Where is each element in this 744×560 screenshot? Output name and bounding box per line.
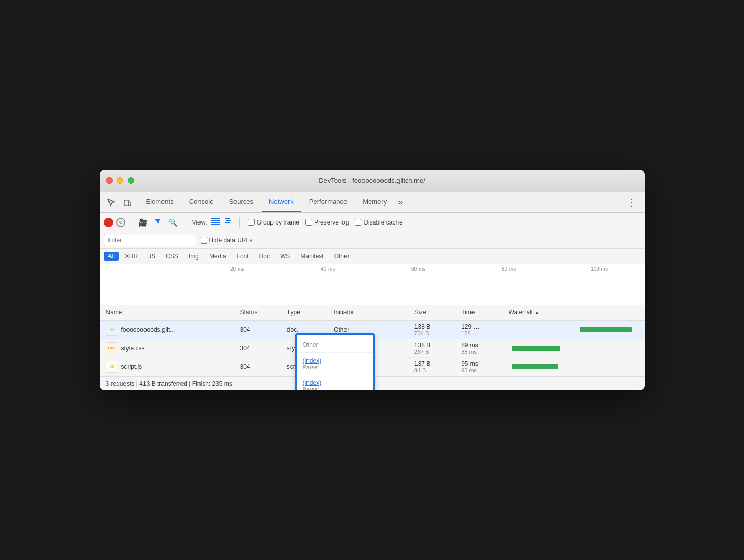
disable-cache-checkbox[interactable]: [355, 219, 361, 226]
group-by-frame-label: Group by frame: [257, 219, 299, 226]
waterfall-bar-3: [512, 364, 558, 369]
hide-data-urls-checkbox[interactable]: [201, 237, 207, 244]
waterfall-bar-wrap-3: [509, 363, 639, 370]
svg-rect-7: [226, 220, 231, 221]
svg-rect-0: [124, 200, 129, 206]
type-filter-manifest[interactable]: Manifest: [296, 252, 328, 261]
popup-inner: Other (index) Parser (index) Parser: [297, 335, 373, 390]
view-list-icon[interactable]: [210, 217, 221, 228]
td-waterfall-3: [506, 362, 641, 371]
td-status-3: 304: [238, 362, 285, 371]
hide-data-urls-option[interactable]: Hide data URLs: [201, 237, 253, 244]
tab-performance[interactable]: Performance: [302, 192, 354, 212]
type-filter-js[interactable]: JS: [144, 252, 159, 261]
svg-rect-3: [211, 220, 220, 221]
td-initiator-1: Other: [332, 325, 412, 334]
sort-arrow-icon: ▲: [534, 310, 539, 315]
preserve-log-checkbox[interactable]: [305, 219, 312, 226]
type-filter-other[interactable]: Other: [330, 252, 354, 261]
svg-rect-2: [211, 218, 220, 219]
waterfall-label: Waterfall: [509, 309, 533, 316]
td-name-1: <> fooooooooods.glit...: [104, 323, 238, 337]
svg-rect-6: [225, 218, 230, 219]
devtools-menu-button[interactable]: ⋮: [623, 197, 641, 208]
td-size-1: 138 B 734 B: [412, 322, 459, 338]
popup-row-3: (index) Parser: [297, 377, 373, 390]
type-filter-img[interactable]: Img: [185, 252, 203, 261]
file-icon-html: <>: [106, 324, 118, 336]
filter-input[interactable]: [104, 235, 196, 246]
type-filter-xhr[interactable]: XHR: [121, 252, 142, 261]
devtools-tabs: Elements Console Sources Network Perform…: [100, 192, 645, 213]
popup-row-2: (index) Parser: [297, 355, 373, 372]
waterfall-bar-wrap-2: [509, 345, 639, 352]
camera-icon[interactable]: 🎥: [136, 217, 149, 228]
disable-cache-option[interactable]: Disable cache: [355, 219, 402, 226]
tab-network[interactable]: Network: [262, 192, 301, 212]
view-waterfall-icon[interactable]: [224, 217, 234, 228]
popup-row-1-other: Other: [297, 339, 373, 350]
search-icon[interactable]: 🔍: [167, 217, 179, 228]
network-toolbar: ⊘ 🎥 🔍 View:: [100, 213, 645, 232]
timeline-label-40ms: 40 ms: [283, 266, 373, 272]
filter-bar: Hide data URLs: [100, 232, 645, 249]
timeline-label-100ms: 100 ms: [554, 266, 645, 272]
td-name-3: JS script.js: [104, 360, 238, 374]
td-time-2: 89 ms 88 ms: [459, 341, 506, 356]
th-type: Type: [285, 309, 332, 316]
more-tabs-button[interactable]: »: [394, 198, 407, 207]
th-status: Status: [238, 309, 285, 316]
tab-elements[interactable]: Elements: [139, 192, 181, 212]
th-time: Time: [459, 309, 506, 316]
window-title: DevTools - fooooooooods.glitch.me/: [319, 177, 425, 184]
type-filter-doc[interactable]: Doc: [255, 252, 274, 261]
timeline-label-80ms: 80 ms: [464, 266, 554, 272]
waterfall-bar-1: [580, 327, 632, 332]
popup-link-2[interactable]: (index): [303, 357, 367, 364]
view-label: View:: [192, 219, 207, 226]
td-status-2: 304: [238, 344, 285, 353]
traffic-lights: [106, 177, 134, 184]
preserve-log-label: Preserve log: [314, 219, 349, 226]
group-by-frame-option[interactable]: Group by frame: [248, 219, 299, 226]
minimize-button[interactable]: [117, 177, 123, 184]
file-name-3: script.js: [121, 363, 142, 370]
title-bar: DevTools - fooooooooods.glitch.me/: [100, 170, 645, 192]
td-size-3: 137 B 81 B: [412, 359, 459, 375]
devtools-window: DevTools - fooooooooods.glitch.me/ Eleme…: [100, 170, 645, 390]
timeline-labels: 20 ms 40 ms 60 ms 80 ms 100 ms: [100, 266, 645, 272]
timeline-label-60ms: 60 ms: [373, 266, 464, 272]
initiator-main-1: Other: [334, 326, 410, 333]
preserve-log-option[interactable]: Preserve log: [305, 219, 349, 226]
maximize-button[interactable]: [128, 177, 134, 184]
type-filter-css[interactable]: CSS: [161, 252, 183, 261]
tab-console[interactable]: Console: [182, 192, 221, 212]
th-waterfall[interactable]: Waterfall ▲: [506, 309, 641, 316]
file-name-2: style.css: [121, 345, 145, 352]
waterfall-bar-wrap-1: [509, 326, 639, 333]
type-filter-ws[interactable]: WS: [276, 252, 294, 261]
th-initiator: Initiator: [332, 309, 412, 316]
type-filter-bar: All XHR JS CSS Img Media Font Doc WS Man…: [100, 249, 645, 264]
popup-link-3[interactable]: (index): [303, 379, 367, 386]
table-header: Name Status Type Initiator Size Time Wat…: [100, 305, 645, 321]
file-icon-css: CSS: [106, 342, 118, 354]
type-filter-all[interactable]: All: [104, 252, 119, 261]
record-button[interactable]: [104, 218, 113, 227]
device-toggle-icon[interactable]: [120, 195, 135, 210]
group-by-frame-checkbox[interactable]: [248, 219, 255, 226]
type-filter-font[interactable]: Font: [232, 252, 253, 261]
initiator-popup: Other (index) Parser (index) Parser: [295, 333, 375, 390]
th-size: Size: [412, 309, 459, 316]
filter-icon[interactable]: [152, 217, 164, 228]
td-waterfall-1: [506, 325, 641, 334]
td-size-2: 138 B 287 B: [412, 341, 459, 356]
toolbar-divider-2: [185, 217, 185, 228]
close-button[interactable]: [106, 177, 113, 184]
timeline-area: 20 ms 40 ms 60 ms 80 ms 100 ms: [100, 264, 645, 305]
tab-memory[interactable]: Memory: [355, 192, 394, 212]
type-filter-media[interactable]: Media: [205, 252, 230, 261]
tab-sources[interactable]: Sources: [222, 192, 261, 212]
clear-button[interactable]: ⊘: [116, 218, 125, 227]
inspect-icon[interactable]: [104, 195, 118, 210]
